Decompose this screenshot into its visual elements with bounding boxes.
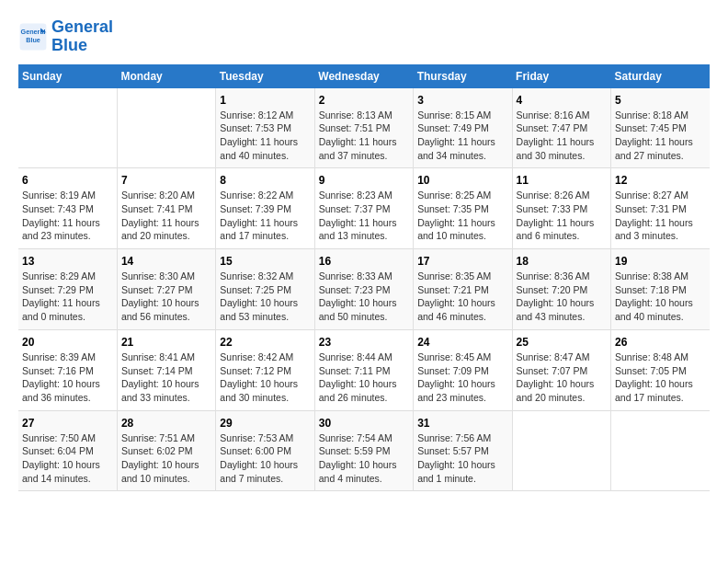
calendar-cell: 25Sunrise: 8:47 AM Sunset: 7:07 PM Dayli… — [512, 329, 610, 410]
day-info: Sunrise: 8:13 AM Sunset: 7:51 PM Dayligh… — [319, 109, 409, 163]
calendar-cell: 24Sunrise: 8:45 AM Sunset: 7:09 PM Dayli… — [414, 329, 512, 410]
calendar-header: SundayMondayTuesdayWednesdayThursdayFrid… — [18, 64, 710, 88]
calendar-cell: 30Sunrise: 7:54 AM Sunset: 5:59 PM Dayli… — [314, 410, 413, 491]
day-number: 11 — [517, 174, 607, 187]
calendar-table: SundayMondayTuesdayWednesdayThursdayFrid… — [18, 64, 710, 492]
weekday-header-wednesday: Wednesday — [314, 64, 413, 88]
calendar-cell: 18Sunrise: 8:36 AM Sunset: 7:20 PM Dayli… — [512, 249, 610, 330]
calendar-cell: 21Sunrise: 8:41 AM Sunset: 7:14 PM Dayli… — [117, 329, 215, 410]
calendar-cell: 5Sunrise: 8:18 AM Sunset: 7:45 PM Daylig… — [611, 88, 710, 168]
day-number: 1 — [220, 94, 310, 107]
day-number: 12 — [615, 174, 706, 187]
day-number: 20 — [22, 336, 113, 349]
day-info: Sunrise: 8:36 AM Sunset: 7:20 PM Dayligh… — [517, 270, 607, 324]
weekday-header-friday: Friday — [512, 64, 610, 88]
day-info: Sunrise: 7:51 AM Sunset: 6:02 PM Dayligh… — [121, 431, 211, 486]
day-info: Sunrise: 8:44 AM Sunset: 7:11 PM Dayligh… — [319, 350, 409, 405]
calendar-cell: 16Sunrise: 8:33 AM Sunset: 7:23 PM Dayli… — [314, 249, 413, 330]
weekday-header-saturday: Saturday — [611, 64, 710, 88]
day-info: Sunrise: 8:16 AM Sunset: 7:47 PM Dayligh… — [517, 109, 607, 163]
weekday-header-thursday: Thursday — [414, 64, 512, 88]
day-info: Sunrise: 8:32 AM Sunset: 7:25 PM Dayligh… — [220, 270, 310, 324]
day-number: 15 — [220, 255, 310, 268]
day-info: Sunrise: 8:33 AM Sunset: 7:23 PM Dayligh… — [319, 270, 409, 324]
day-number: 19 — [615, 255, 706, 268]
day-info: Sunrise: 7:53 AM Sunset: 6:00 PM Dayligh… — [220, 431, 310, 486]
day-number: 31 — [417, 417, 507, 430]
weekday-header-monday: Monday — [117, 64, 215, 88]
day-info: Sunrise: 8:15 AM Sunset: 7:49 PM Dayligh… — [417, 109, 507, 163]
day-number: 8 — [220, 174, 310, 187]
calendar-cell: 20Sunrise: 8:39 AM Sunset: 7:16 PM Dayli… — [18, 329, 117, 410]
calendar-cell: 29Sunrise: 7:53 AM Sunset: 6:00 PM Dayli… — [216, 410, 314, 491]
day-number: 28 — [121, 417, 211, 430]
day-number: 21 — [121, 336, 211, 349]
calendar-cell: 1Sunrise: 8:12 AM Sunset: 7:53 PM Daylig… — [216, 88, 314, 168]
calendar-cell: 23Sunrise: 8:44 AM Sunset: 7:11 PM Dayli… — [314, 329, 413, 410]
day-number: 3 — [417, 94, 507, 107]
calendar-cell: 26Sunrise: 8:48 AM Sunset: 7:05 PM Dayli… — [611, 329, 710, 410]
calendar-week-1: 1Sunrise: 8:12 AM Sunset: 7:53 PM Daylig… — [18, 88, 710, 168]
day-number: 9 — [319, 174, 409, 187]
calendar-week-5: 27Sunrise: 7:50 AM Sunset: 6:04 PM Dayli… — [18, 410, 710, 491]
calendar-cell: 28Sunrise: 7:51 AM Sunset: 6:02 PM Dayli… — [117, 410, 215, 491]
calendar-cell — [512, 410, 610, 491]
day-info: Sunrise: 8:22 AM Sunset: 7:39 PM Dayligh… — [220, 189, 310, 243]
day-info: Sunrise: 8:26 AM Sunset: 7:33 PM Dayligh… — [517, 189, 607, 243]
day-info: Sunrise: 8:35 AM Sunset: 7:21 PM Dayligh… — [417, 270, 507, 324]
day-info: Sunrise: 8:48 AM Sunset: 7:05 PM Dayligh… — [615, 350, 706, 405]
day-number: 5 — [615, 94, 706, 107]
day-info: Sunrise: 8:47 AM Sunset: 7:07 PM Dayligh… — [517, 350, 607, 405]
day-info: Sunrise: 8:19 AM Sunset: 7:43 PM Dayligh… — [22, 189, 113, 243]
calendar-cell: 17Sunrise: 8:35 AM Sunset: 7:21 PM Dayli… — [414, 249, 512, 330]
day-number: 16 — [319, 255, 409, 268]
logo-icon: General Blue — [18, 22, 48, 52]
svg-text:Blue: Blue — [26, 35, 40, 43]
day-info: Sunrise: 8:12 AM Sunset: 7:53 PM Dayligh… — [220, 109, 310, 163]
day-number: 14 — [121, 255, 211, 268]
day-info: Sunrise: 8:27 AM Sunset: 7:31 PM Dayligh… — [615, 189, 706, 243]
calendar-cell: 27Sunrise: 7:50 AM Sunset: 6:04 PM Dayli… — [18, 410, 117, 491]
day-info: Sunrise: 8:18 AM Sunset: 7:45 PM Dayligh… — [615, 109, 706, 163]
calendar-cell: 3Sunrise: 8:15 AM Sunset: 7:49 PM Daylig… — [414, 88, 512, 168]
calendar-cell — [18, 88, 117, 168]
day-info: Sunrise: 7:56 AM Sunset: 5:57 PM Dayligh… — [417, 431, 507, 486]
calendar-week-3: 13Sunrise: 8:29 AM Sunset: 7:29 PM Dayli… — [18, 249, 710, 330]
day-number: 2 — [319, 94, 409, 107]
day-info: Sunrise: 8:23 AM Sunset: 7:37 PM Dayligh… — [319, 189, 409, 243]
calendar-cell: 13Sunrise: 8:29 AM Sunset: 7:29 PM Dayli… — [18, 249, 117, 330]
calendar-cell: 10Sunrise: 8:25 AM Sunset: 7:35 PM Dayli… — [414, 168, 512, 249]
logo: General Blue General Blue — [18, 18, 113, 55]
calendar-cell: 4Sunrise: 8:16 AM Sunset: 7:47 PM Daylig… — [512, 88, 610, 168]
day-info: Sunrise: 8:41 AM Sunset: 7:14 PM Dayligh… — [121, 350, 211, 405]
day-number: 29 — [220, 417, 310, 430]
day-number: 25 — [517, 336, 607, 349]
calendar-cell: 11Sunrise: 8:26 AM Sunset: 7:33 PM Dayli… — [512, 168, 610, 249]
day-info: Sunrise: 8:38 AM Sunset: 7:18 PM Dayligh… — [615, 270, 706, 324]
calendar-cell: 22Sunrise: 8:42 AM Sunset: 7:12 PM Dayli… — [216, 329, 314, 410]
day-number: 26 — [615, 336, 706, 349]
weekday-header-tuesday: Tuesday — [216, 64, 314, 88]
day-info: Sunrise: 8:20 AM Sunset: 7:41 PM Dayligh… — [121, 189, 211, 243]
day-info: Sunrise: 7:54 AM Sunset: 5:59 PM Dayligh… — [319, 431, 409, 486]
calendar-cell: 7Sunrise: 8:20 AM Sunset: 7:41 PM Daylig… — [117, 168, 215, 249]
calendar-cell — [611, 410, 710, 491]
calendar-cell: 2Sunrise: 8:13 AM Sunset: 7:51 PM Daylig… — [314, 88, 413, 168]
calendar-cell: 9Sunrise: 8:23 AM Sunset: 7:37 PM Daylig… — [314, 168, 413, 249]
calendar-week-2: 6Sunrise: 8:19 AM Sunset: 7:43 PM Daylig… — [18, 168, 710, 249]
day-number: 4 — [517, 94, 607, 107]
day-number: 30 — [319, 417, 409, 430]
day-info: Sunrise: 8:45 AM Sunset: 7:09 PM Dayligh… — [417, 350, 507, 405]
day-info: Sunrise: 8:39 AM Sunset: 7:16 PM Dayligh… — [22, 350, 113, 405]
calendar-cell: 8Sunrise: 8:22 AM Sunset: 7:39 PM Daylig… — [216, 168, 314, 249]
logo-text: General Blue — [51, 18, 113, 55]
day-number: 10 — [417, 174, 507, 187]
day-number: 23 — [319, 336, 409, 349]
calendar-cell: 6Sunrise: 8:19 AM Sunset: 7:43 PM Daylig… — [18, 168, 117, 249]
day-info: Sunrise: 8:25 AM Sunset: 7:35 PM Dayligh… — [417, 189, 507, 243]
weekday-header-sunday: Sunday — [18, 64, 117, 88]
day-number: 22 — [220, 336, 310, 349]
calendar-cell — [117, 88, 215, 168]
day-number: 7 — [121, 174, 211, 187]
day-info: Sunrise: 8:30 AM Sunset: 7:27 PM Dayligh… — [121, 270, 211, 324]
